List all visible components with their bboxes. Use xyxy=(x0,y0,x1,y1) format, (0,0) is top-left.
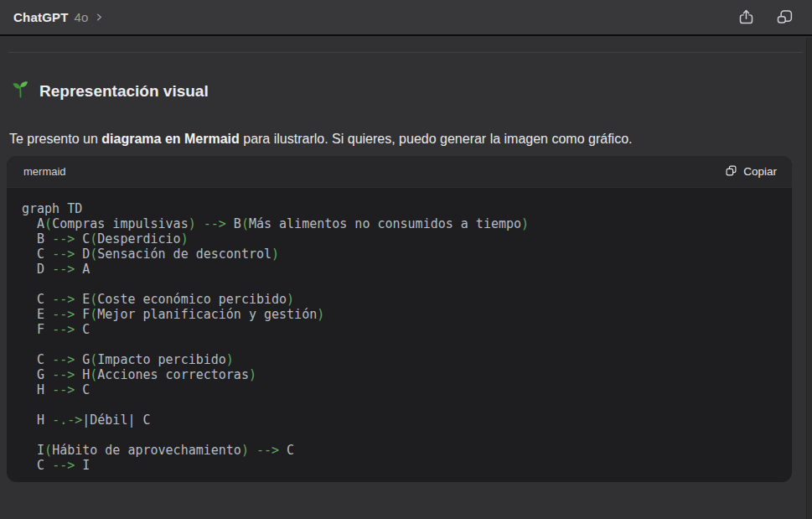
code-line: D --> A xyxy=(22,262,777,277)
code-block-header: mermaid Copiar xyxy=(7,156,792,188)
app-title: ChatGPT xyxy=(13,10,69,24)
code-line: B --> C(Desperdicio) xyxy=(22,231,777,247)
code-line: F --> C xyxy=(22,322,777,337)
code-line: A(Compras impulsivas) --> B(Más alimento… xyxy=(22,216,777,231)
code-line xyxy=(22,397,777,413)
chevron-right-icon xyxy=(95,13,104,22)
code-line: I(Hábito de aprovechamiento) --> C xyxy=(22,443,777,458)
section-divider xyxy=(8,52,803,53)
code-line: C --> D(Sensación de descontrol) xyxy=(22,247,777,262)
share-icon[interactable] xyxy=(735,7,757,29)
intro-paragraph: Te presento un diagrama en Mermaid para … xyxy=(9,129,789,149)
model-selector[interactable]: ChatGPT 4o xyxy=(13,10,104,24)
page-title: Representación visual xyxy=(39,82,209,101)
code-line xyxy=(22,428,777,443)
code-content: graph TD A(Compras impulsivas) --> B(Más… xyxy=(7,188,792,481)
code-line xyxy=(22,337,777,352)
code-line: graph TD xyxy=(22,201,777,216)
code-line: C --> E(Coste económico percibido) xyxy=(22,292,777,307)
topbar-actions xyxy=(735,7,795,29)
copy-icon xyxy=(725,164,737,179)
section-heading: Representación visual xyxy=(11,80,209,102)
copy-button[interactable]: Copiar xyxy=(725,164,777,179)
code-line: C --> G(Impacto percibido) xyxy=(22,352,777,367)
code-line: H --> C xyxy=(22,382,777,397)
code-language-label: mermaid xyxy=(23,165,66,178)
topbar: ChatGPT 4o xyxy=(0,0,812,36)
overlapping-windows-icon[interactable] xyxy=(773,7,795,29)
code-line: E --> F(Mejor planificación y gestión) xyxy=(22,307,777,322)
code-block: mermaid Copiar graph TD A(Compras impuls… xyxy=(7,156,792,482)
code-line: G --> H(Acciones correctoras) xyxy=(22,367,777,382)
code-line: H -.->|Débil| C xyxy=(22,413,777,428)
model-label: 4o xyxy=(75,10,89,24)
scrollbar-gutter[interactable] xyxy=(806,38,812,519)
code-line xyxy=(22,277,777,292)
copy-button-label: Copiar xyxy=(743,165,777,178)
intro-text-2: para ilustrarlo. Si quieres, puedo gener… xyxy=(240,132,633,146)
intro-text-bold: diagrama en Mermaid xyxy=(101,132,240,146)
code-line: C --> I xyxy=(22,458,777,473)
seedling-emoji xyxy=(11,80,30,102)
intro-text-1: Te presento un xyxy=(9,132,101,146)
